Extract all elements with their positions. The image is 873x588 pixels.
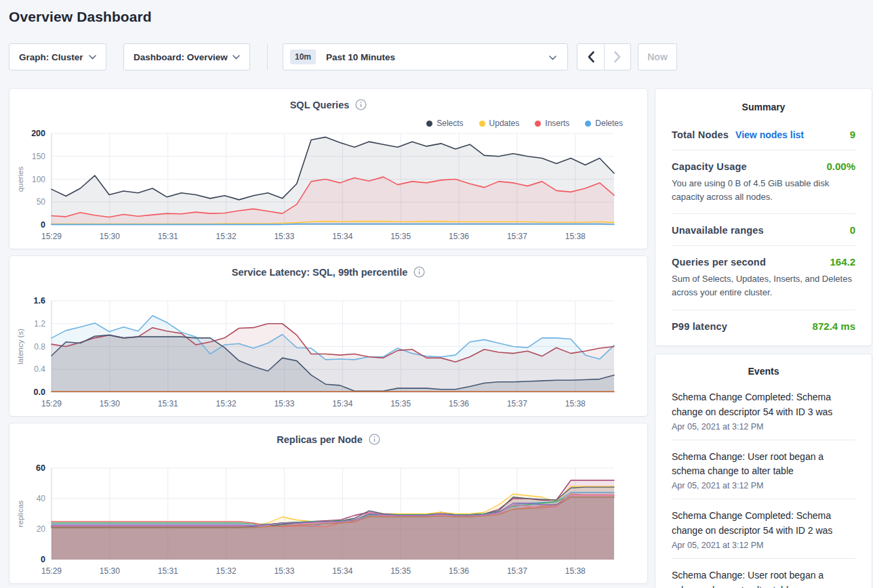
- chart-title: SQL Queries: [290, 100, 350, 110]
- svg-text:15:37: 15:37: [507, 566, 527, 576]
- svg-text:1.2: 1.2: [34, 319, 45, 329]
- chevron-down-icon: [89, 55, 96, 60]
- svg-text:15:33: 15:33: [274, 399, 294, 408]
- svg-text:60: 60: [36, 463, 45, 473]
- legend-item-inserts[interactable]: Inserts: [535, 119, 569, 128]
- sql-queries-panel: SQL Queries SelectsUpdatesInsertsDeletes…: [9, 88, 648, 249]
- svg-text:0.0: 0.0: [34, 387, 45, 397]
- svg-text:15:36: 15:36: [449, 399, 469, 408]
- info-circle-icon[interactable]: [355, 99, 367, 110]
- charts-column: SQL Queries SelectsUpdatesInsertsDeletes…: [9, 88, 648, 588]
- legend-label: Updates: [489, 119, 520, 128]
- summary-row-label: Total Nodes: [672, 129, 729, 140]
- event-message: Schema Change: User root began a schema …: [672, 450, 855, 480]
- info-circle-icon[interactable]: [413, 266, 425, 278]
- time-range-dropdown[interactable]: 10m Past 10 Minutes: [283, 43, 568, 70]
- chart-title-row: Service Latency: SQL, 99th percentile: [9, 265, 647, 279]
- graph-dropdown-label: Graph: Cluster: [19, 52, 83, 62]
- event-timestamp: Apr 05, 2021 at 3:12 PM: [672, 422, 855, 432]
- svg-text:100: 100: [32, 175, 45, 184]
- svg-text:200: 200: [31, 129, 45, 138]
- chart-legend: SelectsUpdatesInsertsDeletes: [426, 119, 623, 128]
- summary-row-label: Capacity Usage: [672, 161, 747, 172]
- svg-text:15:29: 15:29: [41, 232, 62, 241]
- svg-text:50: 50: [37, 197, 46, 207]
- now-button[interactable]: Now: [638, 43, 677, 70]
- summary-row-description: You are using 0 B of 4.5 GiB usable disk…: [672, 177, 855, 204]
- svg-text:15:34: 15:34: [332, 399, 352, 408]
- event-item[interactable]: Schema Change Completed: Schema change o…: [672, 381, 855, 440]
- svg-text:20: 20: [37, 524, 46, 534]
- chevron-down-icon: [549, 56, 556, 60]
- svg-text:15:35: 15:35: [390, 566, 411, 576]
- dashboard-dropdown[interactable]: Dashboard: Overview: [123, 43, 250, 70]
- chart-title: Service Latency: SQL, 99th percentile: [232, 267, 408, 278]
- legend-label: Inserts: [545, 119, 569, 128]
- page-title: Overview Dashboard: [0, 0, 873, 25]
- view-nodes-list-link[interactable]: View nodes list: [735, 129, 804, 140]
- svg-text:15:30: 15:30: [100, 232, 120, 241]
- event-message: Schema Change Completed: Schema change o…: [672, 390, 855, 420]
- time-next-button[interactable]: [604, 44, 630, 70]
- summary-row-value: 0: [850, 224, 855, 236]
- summary-rows: Total NodesView nodes list9Capacity Usag…: [672, 119, 855, 341]
- events-title: Events: [672, 366, 855, 377]
- svg-text:15:31: 15:31: [158, 566, 178, 576]
- svg-text:15:38: 15:38: [565, 566, 586, 576]
- summary-row-value: 872.4 ms: [813, 320, 855, 332]
- info-circle-icon[interactable]: [369, 434, 380, 445]
- legend-dot-icon: [535, 121, 541, 127]
- service-latency-panel: Service Latency: SQL, 99th percentile 15…: [9, 255, 648, 417]
- summary-row-description: Sum of Selects, Updates, Inserts, and De…: [672, 272, 855, 299]
- event-item[interactable]: Schema Change: User root began a schema …: [672, 559, 855, 588]
- time-range-label: Past 10 Minutes: [326, 52, 395, 62]
- legend-item-deletes[interactable]: Deletes: [585, 119, 623, 128]
- replicas-per-node-svg: 15:2915:3015:3115:3215:3315:3415:3515:36…: [9, 463, 647, 582]
- legend-label: Selects: [436, 119, 463, 128]
- chart-title-row: SQL Queries: [9, 98, 647, 112]
- dashboard-dropdown-label: Dashboard: Overview: [134, 52, 228, 62]
- legend-item-selects[interactable]: Selects: [426, 119, 463, 128]
- event-message: Schema Change: User root began a schema …: [672, 568, 855, 588]
- svg-text:15:30: 15:30: [100, 566, 120, 576]
- summary-row-value: 0.00%: [826, 161, 855, 172]
- svg-text:15:35: 15:35: [390, 232, 411, 241]
- legend-item-updates[interactable]: Updates: [479, 119, 520, 128]
- chevron-left-icon: [587, 51, 595, 63]
- svg-text:15:32: 15:32: [216, 399, 237, 408]
- svg-text:40: 40: [37, 494, 46, 503]
- chevron-down-icon: [232, 55, 240, 60]
- legend-label: Deletes: [595, 119, 623, 128]
- event-item[interactable]: Schema Change Completed: Schema change o…: [672, 499, 855, 559]
- svg-text:15:33: 15:33: [274, 566, 294, 576]
- chart-title-row: Replicas per Node: [9, 432, 647, 446]
- time-range-badge: 10m: [290, 49, 316, 64]
- graph-dropdown[interactable]: Graph: Cluster: [9, 43, 106, 70]
- controls-divider: [267, 44, 268, 70]
- event-item[interactable]: Schema Change: User root began a schema …: [672, 440, 855, 500]
- summary-row-label: Unavailable ranges: [672, 225, 764, 236]
- svg-text:0: 0: [41, 220, 45, 230]
- replicas-per-node-panel: Replicas per Node 15:2915:3015:3115:3215…: [9, 423, 648, 584]
- time-prev-button[interactable]: [577, 44, 604, 70]
- legend-dot-icon: [426, 121, 432, 127]
- svg-text:15:36: 15:36: [449, 232, 469, 241]
- summary-panel: Summary Total NodesView nodes list9Capac…: [655, 88, 872, 346]
- y-axis-unit-label: latency (s): [16, 329, 24, 364]
- svg-text:0.4: 0.4: [34, 364, 45, 374]
- summary-row: Total NodesView nodes list9: [672, 119, 855, 150]
- svg-text:15:34: 15:34: [332, 566, 352, 576]
- chart-title: Replicas per Node: [277, 434, 363, 445]
- time-step-buttons: [577, 43, 631, 70]
- svg-text:15:32: 15:32: [216, 232, 237, 241]
- svg-text:15:32: 15:32: [216, 566, 237, 576]
- y-axis-unit-label: queries: [16, 166, 24, 192]
- svg-text:15:38: 15:38: [565, 232, 586, 241]
- legend-dot-icon: [585, 121, 591, 127]
- main-content: SQL Queries SelectsUpdatesInsertsDeletes…: [9, 88, 873, 588]
- sql-queries-chart: 15:2915:3015:3115:3215:3315:3415:3515:36…: [9, 128, 647, 250]
- chevron-right-icon: [613, 51, 622, 63]
- event-timestamp: Apr 05, 2021 at 3:12 PM: [672, 541, 855, 550]
- svg-text:0: 0: [41, 555, 45, 564]
- svg-text:15:33: 15:33: [274, 232, 294, 241]
